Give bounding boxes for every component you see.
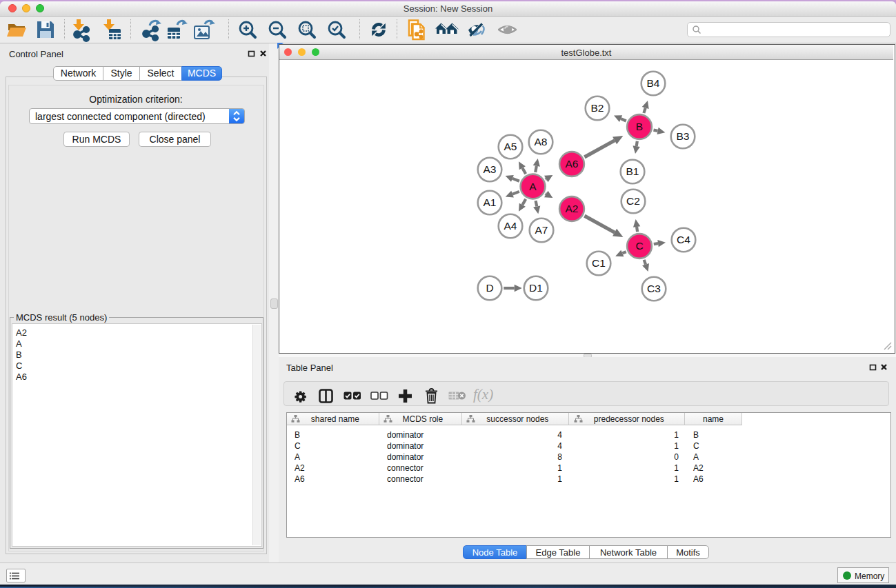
- svg-text:C1: C1: [592, 257, 606, 269]
- svg-text:A6: A6: [566, 158, 579, 170]
- svg-text:A5: A5: [504, 141, 517, 152]
- svg-text:C4: C4: [677, 234, 690, 245]
- svg-text:B1: B1: [626, 165, 639, 177]
- svg-text:A1: A1: [484, 196, 497, 208]
- svg-text:D1: D1: [529, 282, 543, 294]
- svg-text:A7: A7: [535, 224, 548, 236]
- svg-text:C3: C3: [647, 283, 661, 294]
- svg-text:B: B: [636, 121, 643, 132]
- svg-text:B4: B4: [647, 77, 660, 89]
- svg-text:A: A: [529, 181, 537, 192]
- svg-text:B3: B3: [677, 130, 690, 142]
- svg-text:C: C: [635, 240, 643, 252]
- svg-text:D: D: [486, 282, 493, 294]
- svg-text:A3: A3: [484, 163, 497, 175]
- svg-text:A2: A2: [566, 203, 579, 214]
- svg-text:C2: C2: [626, 195, 640, 207]
- svg-text:B2: B2: [591, 102, 604, 114]
- svg-text:A8: A8: [535, 136, 548, 148]
- svg-text:A4: A4: [504, 220, 517, 232]
